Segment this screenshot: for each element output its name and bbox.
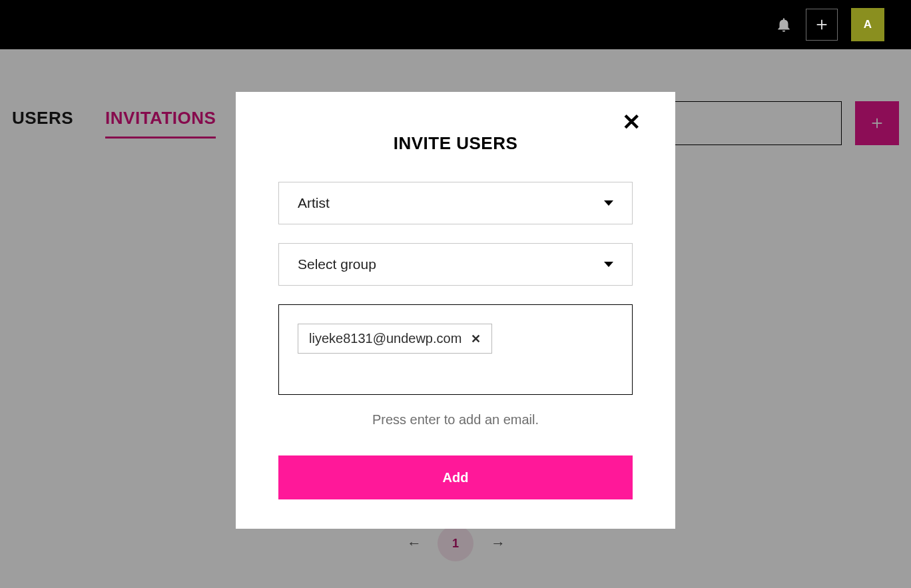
top-navbar: A [0,0,911,49]
modal-title: INVITE USERS [278,133,633,154]
add-button[interactable]: Add [278,455,633,499]
invite-users-modal: ✕ INVITE USERS Artist Select group liyek… [236,92,675,529]
header-plus-button[interactable] [806,9,838,41]
email-hint: Press enter to add an email. [278,412,633,428]
email-input-box[interactable]: liyeke8131@undewp.com ✕ [278,304,633,395]
close-icon[interactable]: ✕ [622,111,641,133]
role-select[interactable]: Artist [278,182,633,224]
role-select-value: Artist [298,195,330,211]
chevron-down-icon [604,262,613,267]
chevron-down-icon [604,200,613,206]
avatar[interactable]: A [851,8,884,41]
group-select[interactable]: Select group [278,243,633,286]
avatar-initial: A [864,18,872,31]
email-chip-label: liyeke8131@undewp.com [309,331,461,346]
remove-email-icon[interactable]: ✕ [471,332,481,346]
bell-icon[interactable] [775,16,792,33]
email-chip: liyeke8131@undewp.com ✕ [298,324,492,354]
group-select-value: Select group [298,256,376,272]
